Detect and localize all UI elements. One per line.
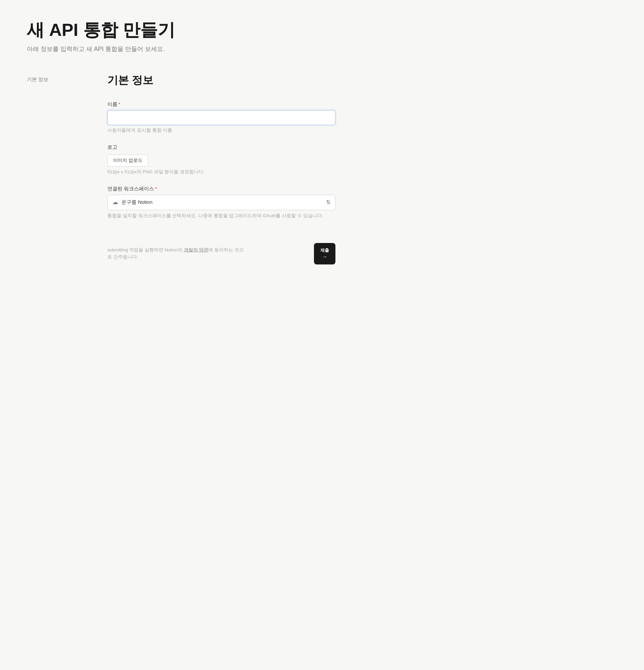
- page-title: 새 API 통합 만들기: [27, 20, 617, 40]
- logo-form-group: 로고 이미지 업로드 512px x 512px의 PNG 파일 형식을 권장합…: [107, 144, 336, 175]
- page-header: 새 API 통합 만들기 아래 정보를 입력하고 새 API 통합을 만들어 보…: [27, 20, 617, 53]
- sidebar-item-basic-info[interactable]: 기본 정보: [27, 77, 80, 83]
- main-section: 기본 정보 이름* 사용자들에게 표시할 통합 이름 로고 이미지 업로드 51…: [107, 73, 336, 265]
- name-label: 이름*: [107, 101, 336, 108]
- workspace-select-inner: ☁ 운구름 Notion: [113, 199, 153, 206]
- workspace-label: 연결된 워크스페이스*: [107, 186, 336, 192]
- footer-terms-text: submitting 작업을 실행하면 Notion의 개발자 약관에 동의하는…: [107, 247, 248, 261]
- workspace-select[interactable]: ☁ 운구름 Notion ⇅: [107, 195, 336, 210]
- upload-button-label: 이미지 업로드: [113, 158, 143, 163]
- name-required-star: *: [118, 101, 120, 107]
- chevron-up-down-icon: ⇅: [326, 199, 330, 205]
- form-footer: submitting 작업을 실행하면 Notion의 개발자 약관에 동의하는…: [107, 236, 336, 265]
- cloud-icon: ☁: [113, 199, 118, 206]
- logo-hint: 512px x 512px의 PNG 파일 형식을 권장합니다.: [107, 169, 336, 175]
- name-hint: 사용자들에게 표시할 통합 이름: [107, 128, 336, 133]
- page-subtitle: 아래 정보를 입력하고 새 API 통합을 만들어 보세요.: [27, 45, 617, 53]
- name-form-group: 이름* 사용자들에게 표시할 통합 이름: [107, 101, 336, 133]
- workspace-hint: 통합을 설치할 워크스페이스를 선택하세요. 나중에 통합을 업그레이드하여 O…: [107, 213, 336, 219]
- name-input[interactable]: [107, 110, 336, 125]
- sidebar-nav: 기본 정보: [27, 73, 80, 265]
- workspace-selected-value: 운구름 Notion: [121, 199, 153, 205]
- submit-button-label: 제출: [320, 248, 329, 253]
- submit-button-content: 제출 →: [320, 248, 329, 260]
- logo-label: 로고: [107, 144, 336, 150]
- terms-link[interactable]: 개발자 약관: [184, 247, 209, 252]
- workspace-form-group: 연결된 워크스페이스* ☁ 운구름 Notion ⇅ 통합을 설치할 워크스페이…: [107, 186, 336, 219]
- section-title: 기본 정보: [107, 73, 336, 88]
- submit-button[interactable]: 제출 →: [314, 243, 336, 265]
- workspace-required-star: *: [155, 186, 157, 191]
- upload-image-button[interactable]: 이미지 업로드: [107, 155, 148, 166]
- page-content: 기본 정보 기본 정보 이름* 사용자들에게 표시할 통합 이름 로고 이미지 …: [27, 73, 617, 265]
- submit-arrow-icon: →: [322, 254, 327, 260]
